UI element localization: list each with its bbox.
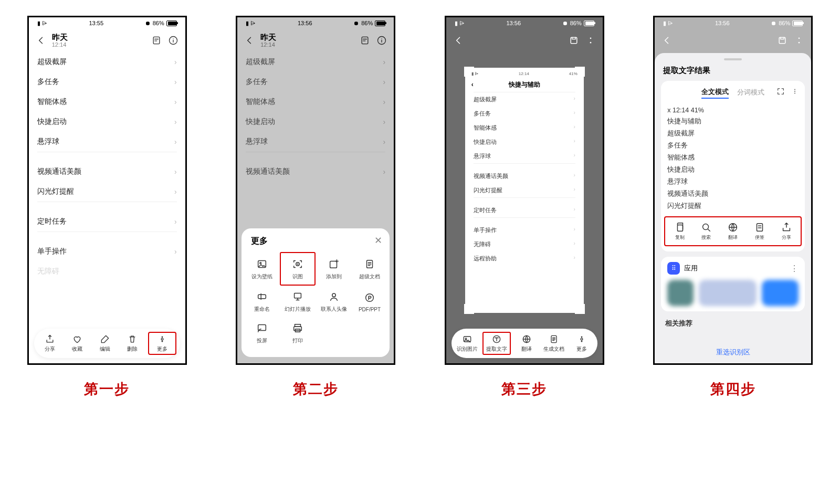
list-item[interactable]: 单手操作› <box>29 242 185 261</box>
ocr-actions: 复制 搜索 翻译 便签 分享 <box>664 216 802 246</box>
svg-point-23 <box>590 42 591 44</box>
inner-header: ‹快捷与辅助 <box>467 77 582 92</box>
crop-corner-icon <box>575 304 585 314</box>
add-to-button[interactable]: 添加到 <box>316 252 352 286</box>
svg-point-2 <box>161 337 163 338</box>
set-wallpaper-button[interactable]: 设为壁纸 <box>244 252 280 286</box>
svg-rect-0 <box>153 37 160 44</box>
tab-segment[interactable]: 分词模式 <box>737 87 764 98</box>
identify-image-button[interactable]: 识别图片 <box>455 334 479 353</box>
svg-point-37 <box>794 93 795 94</box>
slideshow-button[interactable]: 幻灯片播放 <box>280 286 316 317</box>
rename-button[interactable]: 重命名 <box>244 286 280 317</box>
list-item[interactable]: 多任务› <box>29 72 185 92</box>
top-header <box>655 29 811 52</box>
svg-point-10 <box>297 264 298 265</box>
contact-avatar-button[interactable]: 联系人头像 <box>316 286 352 317</box>
cast-button[interactable]: 投屏 <box>244 317 280 349</box>
ocr-line[interactable]: 悬浮球 <box>667 176 799 188</box>
svg-point-36 <box>794 91 795 92</box>
svg-point-29 <box>581 337 582 338</box>
translate-button[interactable]: 翻译 <box>514 334 539 353</box>
search-button[interactable]: 搜索 <box>700 222 712 241</box>
edit-button[interactable]: 编辑 <box>93 334 117 353</box>
sheet-title: 更多 <box>244 236 387 247</box>
svg-point-16 <box>366 293 374 301</box>
list-item[interactable]: 视频通话美颜› <box>29 162 185 182</box>
svg-point-39 <box>703 224 709 230</box>
super-document-button[interactable]: 超级文档 <box>352 252 388 286</box>
ocr-card: 全文模式 分词模式 x 12:14 41% 快捷与辅助 超级截屏 多任务 智能体… <box>661 81 805 251</box>
notes-icon[interactable] <box>151 35 162 46</box>
status-time: 13:55 <box>89 20 104 26</box>
translate-button[interactable]: 翻译 <box>727 222 739 241</box>
svg-point-4 <box>161 341 163 342</box>
more-vert-icon[interactable] <box>585 35 596 46</box>
step-label: 第二步 <box>293 380 339 398</box>
status-bar: ▮ ⩥ 13:55 ⏺86% <box>29 17 185 29</box>
ocr-line[interactable]: 闪光灯提醒 <box>667 200 799 212</box>
more-vert-icon[interactable] <box>793 35 805 46</box>
ocr-line[interactable]: 智能体感 <box>667 152 799 164</box>
copy-button[interactable]: 复制 <box>674 222 686 241</box>
save-icon[interactable] <box>776 35 788 46</box>
share-button[interactable]: 分享 <box>781 222 792 241</box>
ocr-line[interactable]: 快捷启动 <box>667 164 799 176</box>
pdf-ppt-button[interactable]: PDF/PPT <box>352 286 388 317</box>
ocr-line[interactable]: x 12:14 41% <box>667 105 799 116</box>
crop-corner-icon <box>464 67 474 77</box>
list-item[interactable]: 超级截屏› <box>29 52 185 72</box>
recognize-image-button[interactable]: 识图 <box>280 252 316 286</box>
back-icon[interactable] <box>35 35 47 46</box>
print-button[interactable]: 打印 <box>280 317 316 349</box>
recognize-header <box>446 29 603 52</box>
list-item[interactable]: 快捷启动› <box>29 112 185 132</box>
tab-full-text[interactable]: 全文模式 <box>701 86 729 99</box>
more-button[interactable]: 更多 <box>148 332 176 355</box>
ocr-line[interactable]: 多任务 <box>667 140 799 152</box>
recognize-toolbar: 识别图片 提取文字 翻译 生成文档 更多 <box>452 329 597 358</box>
svg-point-22 <box>590 38 591 39</box>
more-vert-icon[interactable] <box>791 87 799 98</box>
status-left: ▮ ⩥ <box>37 20 48 27</box>
extract-text-button[interactable]: 提取文字 <box>482 332 511 355</box>
svg-point-8 <box>259 262 261 264</box>
list-item[interactable]: 无障碍 <box>29 261 185 281</box>
share-button[interactable]: 分享 <box>38 334 62 353</box>
ocr-line[interactable]: 视频通话美颜 <box>667 188 799 200</box>
generate-doc-button[interactable]: 生成文档 <box>542 334 566 353</box>
fullscreen-icon[interactable] <box>776 87 785 98</box>
step-2: ▮ ⩥ 13:56 ⏺86% 昨天12:14 超级截屏› 多任务› 智能体感› … <box>236 16 395 398</box>
ocr-line[interactable]: 超级截屏 <box>667 128 799 140</box>
svg-rect-11 <box>330 261 337 268</box>
more-vert-icon[interactable]: ⋮ <box>790 264 799 274</box>
svg-point-3 <box>161 338 163 340</box>
more-sheet: 更多 ✕ 设为壁纸 识图 添加到 超级文档 重命名 幻灯片播放 联系人头像 PD… <box>242 228 390 357</box>
svg-point-34 <box>799 42 800 44</box>
svg-rect-13 <box>258 295 266 298</box>
drag-handle[interactable] <box>724 58 742 60</box>
save-icon[interactable] <box>568 35 580 46</box>
step-4: ▮ ⩥ 13:56 ⏺86% 提取文字结果 全文模式 分词模式 <box>653 16 813 398</box>
back-icon[interactable] <box>453 35 464 46</box>
close-icon[interactable]: ✕ <box>374 235 382 246</box>
list-item[interactable]: 智能体感› <box>29 92 185 112</box>
step-label: 第一步 <box>84 380 130 398</box>
favorite-button[interactable]: 收藏 <box>65 334 89 353</box>
back-icon[interactable] <box>661 35 673 46</box>
info-icon[interactable] <box>167 35 179 46</box>
note-button[interactable]: 便签 <box>754 222 765 241</box>
battery-icon <box>166 20 177 26</box>
svg-point-31 <box>581 341 582 342</box>
list-item[interactable]: 悬浮球› <box>29 132 185 152</box>
list-item[interactable]: 定时任务› <box>29 212 185 232</box>
more-button[interactable]: 更多 <box>570 334 594 353</box>
ocr-line[interactable]: 快捷与辅助 <box>667 116 799 128</box>
crop-corner-icon <box>464 304 474 314</box>
phone-2-frame: ▮ ⩥ 13:56 ⏺86% 昨天12:14 超级截屏› 多任务› 智能体感› … <box>236 16 395 365</box>
svg-point-35 <box>794 89 795 90</box>
step-1: ▮ ⩥ 13:55 ⏺86% 昨天 12:14 超级截屏› 多任务› 智能体感›… <box>27 16 187 398</box>
reselect-region-link[interactable]: 重选识别区 <box>655 348 811 357</box>
delete-button[interactable]: 删除 <box>120 334 144 353</box>
list-item[interactable]: 闪光灯提醒› <box>29 182 185 202</box>
